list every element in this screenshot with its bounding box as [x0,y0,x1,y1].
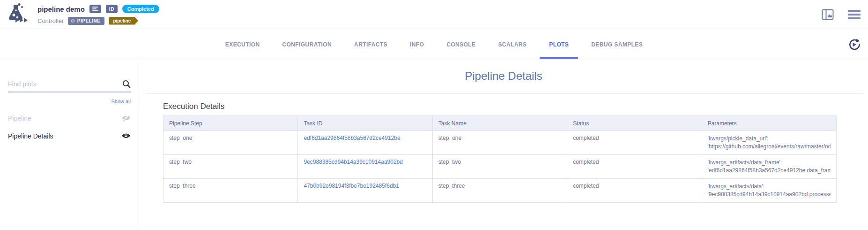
cell-pipeline-step: step_three [163,179,298,203]
tab-console[interactable]: CONSOLE [437,30,485,60]
system-tag-pipeline: ⚙PIPELINE [68,17,104,25]
section-title: Execution Details [163,102,868,111]
sidebar-item-pipeline-details[interactable]: Pipeline Details [8,132,131,140]
task-id-link[interactable]: 47b0b92e98194f3fbe7be192485f6db1 [298,179,432,203]
sidebar-item-pipeline[interactable]: Pipeline [8,114,131,123]
find-plots-input[interactable] [8,80,116,88]
user-tag-pipeline[interactable]: pipeline [109,17,138,25]
plots-sidebar: Show all Pipeline Pipeline Details [0,60,139,230]
cell-status: completed [567,155,702,179]
tab-debug-samples[interactable]: DEBUG SAMPLES [582,30,652,60]
app-header: pipeline demo ID Completed Controller ⚙P… [0,0,868,29]
search-icon[interactable] [122,80,131,90]
cell-task-name: step_one [432,131,567,155]
cell-task-name: step_three [432,179,567,203]
col-parameters: Parameters [702,116,836,131]
task-id-link[interactable]: edf6d1aa29864f58b3a567d2ce4912be [298,131,432,155]
menu-icon[interactable] [848,10,861,19]
cell-pipeline-step: step_one [163,131,298,155]
tab-configuration[interactable]: CONFIGURATION [273,30,341,60]
table-row: step_three 47b0b92e98194f3fbe7be192485f6… [163,179,837,203]
execution-details-section: Execution Details Pipeline Step Task ID … [163,102,868,203]
show-all-link[interactable]: Show all [8,99,131,104]
tab-info[interactable]: INFO [401,30,433,60]
description-icon[interactable] [89,5,101,13]
cell-parameters: 'kwargs_artifacts/data': '9ec988385cd94b… [702,179,836,203]
cell-parameters: 'kwargs/pickle_data_url': 'https://githu… [702,131,836,155]
eye-off-icon[interactable] [121,114,131,123]
col-pipeline-step: Pipeline Step [163,116,298,131]
tab-scalars[interactable]: SCALARS [489,30,536,60]
cell-pipeline-step: step_two [163,155,298,179]
refresh-icon[interactable] [847,38,861,53]
col-task-id: Task ID [298,116,432,131]
heading-divider [146,93,864,94]
cell-task-name: step_two [432,155,567,179]
find-plots-field [8,80,131,92]
tab-artifacts[interactable]: ARTIFACTS [345,30,397,60]
status-badge: Completed [122,5,159,13]
col-status: Status [567,116,702,131]
task-title-block: pipeline demo ID Completed Controller ⚙P… [37,3,159,25]
col-task-name: Task Name [432,116,567,131]
page-title: Pipeline Details [139,69,868,83]
eye-icon[interactable] [121,132,131,140]
table-header-row: Pipeline Step Task ID Task Name Status P… [163,116,837,131]
tab-bar: EXECUTION CONFIGURATION ARTIFACTS INFO C… [0,29,868,60]
details-panel-icon[interactable] [822,9,834,20]
clearml-logo-icon [6,3,31,26]
table-row: step_two 9ec988385cd94b14a39c10914aa902b… [163,155,837,179]
tab-plots[interactable]: PLOTS [540,30,578,60]
task-title: pipeline demo [37,5,85,13]
cell-parameters: 'kwargs_artifacts/data_frame': 'edf6d1aa… [702,155,836,179]
table-row: step_one edf6d1aa29864f58b3a567d2ce4912b… [163,131,837,155]
task-id-link[interactable]: 9ec988385cd94b14a39c10914aa902bd [298,155,432,179]
cell-status: completed [567,179,702,203]
cell-status: completed [567,131,702,155]
tab-execution[interactable]: EXECUTION [216,30,269,60]
controller-label: Controller [37,17,64,24]
execution-details-table: Pipeline Step Task ID Task Name Status P… [163,115,837,203]
id-badge[interactable]: ID [106,5,118,13]
main-content: Pipeline Details Execution Details Pipel… [139,60,868,230]
gear-icon: ⚙ [71,18,75,23]
